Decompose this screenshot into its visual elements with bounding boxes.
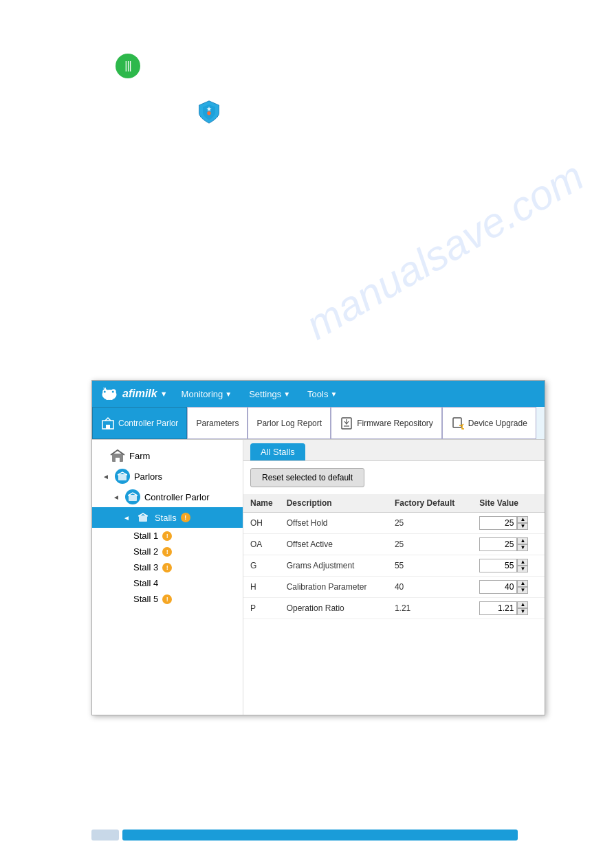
controller-parlor-icon bbox=[101, 416, 115, 430]
site-value-input-0[interactable] bbox=[479, 516, 517, 530]
cell-factory-4: 1.21 bbox=[388, 598, 472, 619]
svg-point-5 bbox=[106, 396, 109, 400]
svg-rect-17 bbox=[118, 474, 127, 480]
spinner-up-3[interactable]: ▲ bbox=[517, 580, 528, 587]
cell-desc-0: Offset Hold bbox=[280, 513, 388, 534]
tree-item-stall-2[interactable]: Stall 2 ! bbox=[92, 544, 243, 559]
right-panel: All Stalls Reset selected to default Nam… bbox=[243, 440, 545, 715]
toolbar-firmware-repository-button[interactable]: Firmware Repository bbox=[331, 407, 442, 439]
table-row: G Grams Adjustment 55 ▲ ▼ bbox=[243, 555, 545, 577]
svg-point-6 bbox=[110, 396, 113, 400]
cell-name-1: OA bbox=[243, 534, 280, 555]
cell-name-0: OH bbox=[243, 513, 280, 534]
controller-parlor-arrow-icon: ◄ bbox=[113, 493, 120, 501]
site-value-input-4[interactable] bbox=[479, 601, 517, 615]
col-header-name: Name bbox=[243, 494, 280, 513]
toolbar-controller-parlor-button[interactable]: Controller Parlor bbox=[92, 407, 187, 439]
cell-site-value-0[interactable]: ▲ ▼ bbox=[472, 513, 545, 534]
tree-item-stall-4[interactable]: Stall 4 bbox=[92, 575, 243, 591]
spinner-down-3[interactable]: ▼ bbox=[517, 587, 528, 594]
menu-monitoring[interactable]: Monitoring ▼ bbox=[178, 388, 236, 401]
cell-factory-0: 25 bbox=[388, 513, 472, 534]
svg-rect-19 bbox=[139, 515, 147, 522]
toolbar-parlor-log-report-button[interactable]: Parlor Log Report bbox=[248, 407, 331, 439]
top-icon-2 bbox=[197, 100, 221, 124]
spinner-down-2[interactable]: ▼ bbox=[517, 566, 528, 572]
parlors-arrow-icon: ◄ bbox=[102, 473, 109, 480]
cell-site-value-1[interactable]: ▲ ▼ bbox=[472, 534, 545, 555]
tree-item-stall-3[interactable]: Stall 3 ! bbox=[92, 559, 243, 575]
stall-3-warn-icon: ! bbox=[162, 563, 172, 572]
tree-item-stalls[interactable]: ◄ Stalls ! bbox=[92, 507, 243, 528]
menu-bar: afimilk ▼ Monitoring ▼ Settings ▼ Tools … bbox=[92, 381, 545, 407]
spinner-down-0[interactable]: ▼ bbox=[517, 523, 528, 530]
toolbar-device-upgrade-button[interactable]: Device Upgrade bbox=[442, 407, 536, 439]
toolbar: Controller Parlor Parameters Parlor Log … bbox=[92, 407, 545, 440]
device-upgrade-icon bbox=[451, 416, 465, 430]
spinner-up-1[interactable]: ▲ bbox=[517, 537, 528, 544]
cell-name-2: G bbox=[243, 555, 280, 577]
menu-tools[interactable]: Tools ▼ bbox=[304, 388, 340, 401]
cancel-button[interactable] bbox=[91, 830, 119, 841]
table-row: OA Offset Active 25 ▲ ▼ bbox=[243, 534, 545, 555]
cell-site-value-4[interactable]: ▲ ▼ bbox=[472, 598, 545, 619]
controller-parlor-icon bbox=[125, 489, 140, 504]
farm-icon bbox=[110, 448, 125, 463]
svg-rect-14 bbox=[453, 418, 461, 427]
logo-dropdown-icon[interactable]: ▼ bbox=[160, 390, 168, 398]
menu-settings[interactable]: Settings ▼ bbox=[245, 388, 294, 401]
tree-sidebar: Farm ◄ Parlors ◄ bbox=[92, 440, 243, 715]
cell-factory-3: 40 bbox=[388, 577, 472, 598]
table-row: H Calibration Parameter 40 ▲ ▼ bbox=[243, 577, 545, 598]
cell-name-3: H bbox=[243, 577, 280, 598]
tree-item-controller-parlor[interactable]: ◄ Controller Parlor bbox=[92, 487, 243, 507]
logo-text: afimilk bbox=[122, 388, 157, 400]
watermark: manualsave.com bbox=[298, 152, 591, 349]
svg-rect-18 bbox=[129, 495, 137, 501]
reset-selected-default-button[interactable]: Reset selected to default bbox=[250, 468, 364, 487]
table-row: OH Offset Hold 25 ▲ ▼ bbox=[243, 513, 545, 534]
parameters-table: Name Description Factory Default Site Va… bbox=[243, 494, 545, 619]
cell-factory-2: 55 bbox=[388, 555, 472, 577]
spinner-down-1[interactable]: ▼ bbox=[517, 544, 528, 551]
site-value-input-3[interactable] bbox=[479, 580, 517, 594]
col-header-site-value: Site Value bbox=[472, 494, 545, 513]
spinner-up-0[interactable]: ▲ bbox=[517, 516, 528, 523]
svg-point-0 bbox=[207, 111, 210, 115]
stall-5-warn-icon: ! bbox=[162, 594, 172, 604]
tree-item-stall-5[interactable]: Stall 5 ! bbox=[92, 591, 243, 607]
stalls-warn-icon: ! bbox=[181, 513, 190, 522]
cell-desc-1: Offset Active bbox=[280, 534, 388, 555]
firmware-icon bbox=[340, 416, 353, 430]
tree-item-parlors[interactable]: ◄ Parlors bbox=[92, 466, 243, 487]
spinner-up-4[interactable]: ▲ bbox=[517, 601, 528, 608]
tab-all-stalls[interactable]: All Stalls bbox=[250, 443, 305, 460]
confirm-button[interactable] bbox=[122, 830, 518, 841]
col-header-factory-default: Factory Default bbox=[388, 494, 472, 513]
site-value-input-1[interactable] bbox=[479, 537, 517, 551]
stalls-icon bbox=[135, 510, 151, 525]
app-window: afimilk ▼ Monitoring ▼ Settings ▼ Tools … bbox=[91, 380, 545, 715]
spinner-down-4[interactable]: ▼ bbox=[517, 608, 528, 615]
cell-site-value-2[interactable]: ▲ ▼ bbox=[472, 555, 545, 577]
toolbar-parameters-button[interactable]: Parameters bbox=[187, 407, 248, 439]
cell-desc-3: Calibration Parameter bbox=[280, 577, 388, 598]
site-value-input-2[interactable] bbox=[479, 559, 517, 572]
table-row: P Operation Ratio 1.21 ▲ ▼ bbox=[243, 598, 545, 619]
stalls-arrow-icon: ◄ bbox=[123, 514, 130, 522]
col-header-description: Description bbox=[280, 494, 388, 513]
top-icon-1: ||| bbox=[116, 54, 140, 78]
cell-site-value-3[interactable]: ▲ ▼ bbox=[472, 577, 545, 598]
svg-point-7 bbox=[104, 391, 106, 393]
monitoring-arrow-icon: ▼ bbox=[225, 390, 232, 398]
bottom-bar bbox=[91, 830, 518, 841]
tab-bar: All Stalls bbox=[243, 440, 545, 461]
stall-2-warn-icon: ! bbox=[162, 547, 172, 557]
tree-item-farm[interactable]: Farm bbox=[92, 445, 243, 466]
parlors-icon bbox=[115, 469, 130, 484]
tree-item-stall-1[interactable]: Stall 1 ! bbox=[92, 528, 243, 544]
cell-factory-1: 25 bbox=[388, 534, 472, 555]
svg-rect-10 bbox=[106, 425, 110, 429]
cell-desc-2: Grams Adjustment bbox=[280, 555, 388, 577]
spinner-up-2[interactable]: ▲ bbox=[517, 559, 528, 566]
